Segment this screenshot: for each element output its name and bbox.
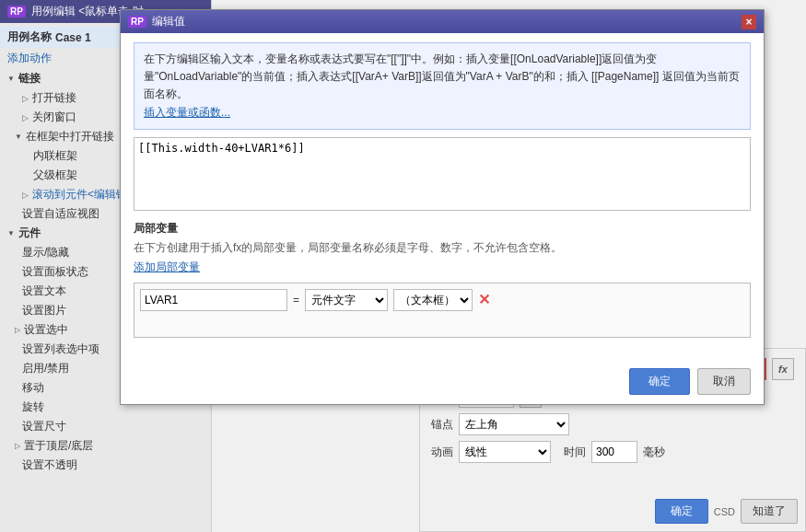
right-confirm-button[interactable]: 确定: [655, 499, 708, 524]
anchor-label: 锚点: [431, 417, 453, 433]
local-var-section-label: 局部变量: [134, 221, 751, 237]
arrow-icon2: ▷: [22, 113, 29, 122]
item-close-window-label: 关闭窗口: [32, 110, 76, 125]
add-action-label: 添加动作: [7, 51, 52, 66]
dialog-description: 在下方编辑区输入文本，变量名称或表达式要写在"[["]]"中。例如：插入变量[[…: [134, 42, 751, 130]
item-panel-state-label: 设置面板状态: [22, 264, 88, 280]
triangle-icon: ▼: [7, 75, 15, 83]
watermark-text: CSD: [714, 506, 735, 517]
anchor-select[interactable]: 左上角: [459, 413, 569, 435]
right-more-button[interactable]: 知道了: [741, 499, 798, 524]
item-show-hide-label: 显示/隐藏: [22, 245, 69, 260]
item-enable-disable-label: 启用/禁用: [22, 361, 69, 376]
var-widget-select[interactable]: （文本框）: [393, 289, 473, 311]
triangle-icon5: ▷: [15, 442, 20, 450]
case-label: 用例名称: [7, 29, 52, 45]
section-link-label: 链接: [18, 71, 41, 87]
right-panel-buttons: 确定 CSD 知道了: [655, 499, 798, 524]
add-var-link[interactable]: 添加局部变量: [134, 260, 200, 275]
dialog-ok-button[interactable]: 确定: [629, 368, 690, 395]
item-adaptive-view-label: 设置自适应视图: [22, 206, 99, 222]
time-label: 时间: [564, 445, 586, 460]
section-element-label: 元件: [18, 226, 41, 241]
triangle-icon3: ▼: [7, 229, 15, 237]
item-parent-frame-label: 父级框架: [33, 168, 77, 183]
arrow-icon: ▷: [22, 94, 29, 103]
dialog-logo: RP: [128, 16, 146, 28]
var-delete-button[interactable]: ✕: [478, 291, 490, 308]
insert-var-link[interactable]: 插入变量或函数...: [144, 106, 230, 119]
animation-label: 动画: [431, 445, 453, 460]
item-set-size-label: 设置尺寸: [22, 419, 66, 434]
item-set-image-label: 设置图片: [22, 303, 66, 318]
item-open-link-label: 打开链接: [32, 90, 76, 106]
item-opacity-label: 设置不透明: [22, 457, 77, 473]
item-set-size[interactable]: 设置尺寸: [0, 417, 211, 436]
sidebar-logo: RP: [7, 6, 26, 17]
animation-row: 动画 线性 时间 毫秒: [431, 441, 794, 463]
var-eq-sign: =: [293, 294, 299, 306]
var-type-select[interactable]: 元件文字: [305, 289, 388, 311]
item-z-order-label: 置于顶层/底层: [24, 438, 93, 454]
edit-value-dialog: RP 编辑值 × 在下方编辑区输入文本，变量名称或表达式要写在"[["]]"中。…: [120, 9, 765, 405]
item-set-text-label: 设置文本: [22, 283, 66, 299]
dialog-footer: 确定 取消: [629, 368, 751, 395]
local-var-desc: 在下方创建用于插入fx的局部变量，局部变量名称必须是字母、数字，不允许包含空格。: [134, 240, 751, 256]
item-z-order[interactable]: ▷ 置于顶层/底层: [0, 436, 211, 456]
triangle-icon2: ▼: [15, 133, 22, 141]
triangle-icon4: ▷: [15, 326, 20, 334]
dialog-desc-text: 在下方编辑区输入文本，变量名称或表达式要写在"[["]]"中。例如：插入变量[[…: [144, 52, 740, 100]
var-name-input[interactable]: [140, 289, 287, 311]
time-input[interactable]: [591, 441, 637, 463]
item-set-selected-label: 设置选中: [24, 322, 68, 338]
width-fx-button[interactable]: fx: [772, 358, 794, 380]
dialog-body: 在下方编辑区输入文本，变量名称或表达式要写在"[["]]"中。例如：插入变量[[…: [121, 33, 764, 347]
case-value: Case 1: [55, 31, 91, 44]
anchor-row: 锚点 左上角: [431, 413, 794, 435]
dialog-title-left: RP 编辑值: [128, 14, 185, 29]
item-rotate-label: 旋转: [22, 399, 44, 415]
item-move-label: 移动: [22, 380, 44, 396]
dialog-cancel-button[interactable]: 取消: [697, 368, 751, 395]
formula-input[interactable]: [[This.width-40+LVAR1*6]]: [134, 137, 751, 211]
var-area: = 元件文字 （文本框） ✕: [134, 283, 751, 338]
time-unit: 毫秒: [643, 445, 665, 460]
var-row: = 元件文字 （文本框） ✕: [140, 289, 744, 311]
item-open-in-frame-label: 在框架中打开链接: [26, 129, 114, 145]
animation-select[interactable]: 线性: [459, 441, 551, 463]
item-inline-frame-label: 内联框架: [33, 148, 77, 164]
dialog-titlebar: RP 编辑值 ×: [121, 10, 764, 33]
arrow-icon3: ▷: [22, 191, 29, 200]
dialog-title-text: 编辑值: [152, 14, 185, 29]
item-list-selected-label: 设置列表选中项: [22, 341, 99, 357]
item-opacity[interactable]: 设置不透明: [0, 456, 211, 475]
dialog-close-button[interactable]: ×: [742, 15, 756, 29]
